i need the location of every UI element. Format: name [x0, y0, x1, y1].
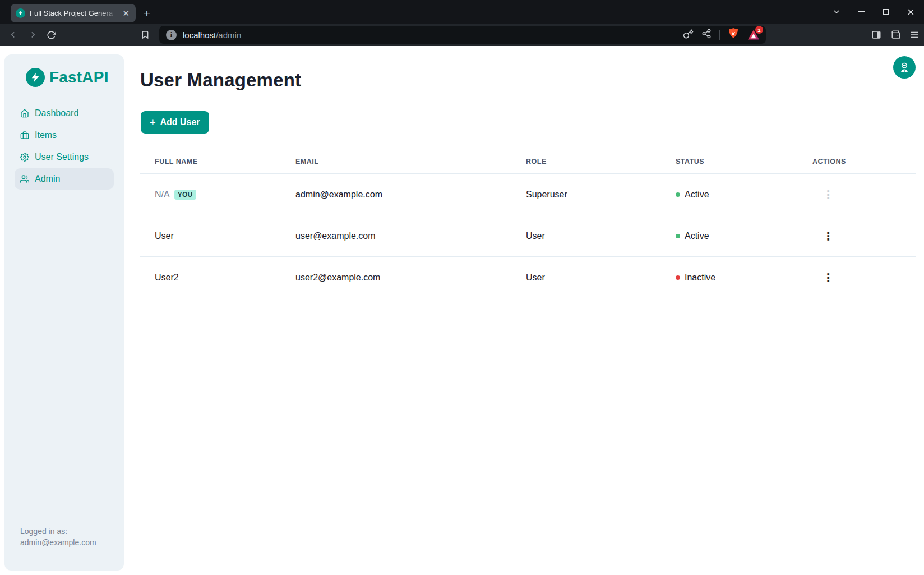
user-table: FULL NAMEEMAILROLESTATUSACTIONS N/AYOUad… — [140, 149, 916, 298]
reload-button[interactable] — [43, 26, 59, 43]
add-user-button[interactable]: + Add User — [141, 111, 209, 134]
fastapi-logo-text: FastAPI — [49, 68, 109, 86]
fastapi-favicon-icon — [16, 8, 25, 18]
column-header-actions: ACTIONS — [798, 158, 916, 165]
app-content: FastAPI DashboardItemsUser SettingsAdmin… — [0, 46, 924, 575]
url-host: localhost — [183, 30, 216, 40]
address-bar[interactable]: i localhost/admin 1 — [159, 26, 766, 44]
browser-titlebar: Full Stack Project Genera ✕ + — [0, 0, 924, 24]
back-button[interactable] — [4, 26, 21, 43]
sidebar-item-label: User Settings — [35, 152, 89, 162]
sidebar-item-admin[interactable]: Admin — [15, 168, 114, 190]
you-badge: YOU — [174, 190, 196, 200]
logged-in-email: admin@example.com — [20, 537, 96, 548]
browser-tab[interactable]: Full Stack Project Genera ✕ — [11, 4, 136, 22]
url-path: /admin — [216, 30, 241, 40]
status-dot-icon — [676, 234, 680, 238]
column-header-status: STATUS — [661, 158, 798, 165]
tab-title: Full Stack Project Genera — [30, 9, 117, 17]
gear-icon — [20, 153, 29, 162]
user-full-name: User2 — [155, 273, 179, 283]
rewards-badge-count: 1 — [755, 26, 763, 34]
briefcase-icon — [20, 131, 29, 140]
table-body: N/AYOUadmin@example.comSuperuserActive⋮U… — [140, 174, 916, 298]
cell-status: Active — [661, 190, 798, 200]
cell-role: User — [511, 273, 661, 283]
cell-role: User — [511, 231, 661, 241]
user-full-name: User — [155, 231, 174, 241]
url-text: localhost/admin — [183, 30, 241, 40]
table-header-row: FULL NAMEEMAILROLESTATUSACTIONS — [140, 149, 916, 174]
cell-actions: ⋮ — [798, 228, 916, 244]
passwords-key-icon[interactable] — [683, 29, 694, 42]
window-chevron-down-icon[interactable] — [831, 6, 842, 17]
status-dot-icon — [676, 192, 680, 197]
users-icon — [20, 174, 29, 183]
sidebar: FastAPI DashboardItemsUser SettingsAdmin… — [4, 54, 124, 571]
wallet-icon[interactable] — [888, 26, 904, 43]
status-label: Inactive — [685, 273, 715, 283]
bookmark-icon[interactable] — [137, 26, 154, 43]
status-label: Active — [685, 190, 709, 200]
column-header-role: ROLE — [511, 158, 661, 165]
logged-in-as: Logged in as: admin@example.com — [20, 526, 96, 548]
home-icon — [20, 109, 29, 118]
fastapi-logo-icon — [26, 68, 45, 87]
status-label: Active — [685, 231, 709, 241]
cell-full-name: N/AYOU — [140, 190, 281, 200]
sidebar-item-dashboard[interactable]: Dashboard — [15, 103, 114, 124]
user-avatar-icon — [898, 61, 911, 73]
window-maximize-button[interactable] — [880, 6, 891, 17]
row-actions-menu-button[interactable]: ⋮ — [819, 270, 837, 286]
sidebar-item-label: Items — [35, 130, 57, 140]
cell-actions: ⋮ — [798, 270, 916, 286]
toolbar-divider — [719, 30, 720, 40]
column-header-full-name: FULL NAME — [140, 158, 281, 165]
cell-role: Superuser — [511, 190, 661, 200]
brave-rewards-icon[interactable]: 1 — [747, 28, 760, 42]
status-dot-icon — [676, 275, 680, 280]
page-title: User Management — [140, 70, 301, 91]
user-menu-button[interactable] — [893, 56, 916, 79]
browser-toolbar: i localhost/admin 1 — [0, 24, 924, 46]
cell-actions: ⋮ — [798, 187, 916, 203]
forward-button[interactable] — [25, 26, 41, 43]
row-actions-menu-button: ⋮ — [819, 187, 837, 203]
cell-status: Active — [661, 231, 798, 241]
cell-full-name: User2 — [140, 273, 281, 283]
logged-in-label: Logged in as: — [20, 526, 96, 537]
cell-email: user@example.com — [281, 231, 511, 241]
sidebar-nav: DashboardItemsUser SettingsAdmin — [15, 103, 114, 190]
sidebar-item-user-settings[interactable]: User Settings — [15, 146, 114, 168]
cell-email: admin@example.com — [281, 190, 511, 200]
plus-icon: + — [150, 117, 156, 127]
table-row: Useruser@example.comUserActive⋮ — [140, 215, 916, 257]
add-user-label: Add User — [160, 117, 200, 127]
table-row: User2user2@example.comUserInactive⋮ — [140, 257, 916, 298]
window-close-button[interactable] — [905, 6, 916, 17]
user-full-name: N/A — [155, 190, 170, 200]
window-minimize-button[interactable] — [856, 6, 867, 17]
share-icon[interactable] — [701, 29, 712, 41]
brave-shield-icon[interactable] — [728, 27, 739, 42]
site-info-icon[interactable]: i — [166, 30, 177, 40]
side-panel-icon[interactable] — [868, 26, 885, 43]
fastapi-logo: FastAPI — [26, 68, 109, 87]
sidebar-item-label: Admin — [35, 174, 60, 184]
column-header-email: EMAIL — [281, 158, 511, 165]
row-actions-menu-button[interactable]: ⋮ — [819, 228, 837, 244]
browser-menu-icon[interactable] — [906, 26, 923, 43]
table-row: N/AYOUadmin@example.comSuperuserActive⋮ — [140, 174, 916, 215]
cell-status: Inactive — [661, 273, 798, 283]
tab-close-icon[interactable]: ✕ — [121, 8, 131, 19]
new-tab-button[interactable]: + — [139, 6, 155, 21]
sidebar-item-label: Dashboard — [35, 108, 78, 118]
cell-email: user2@example.com — [281, 273, 511, 283]
cell-full-name: User — [140, 231, 281, 241]
sidebar-item-items[interactable]: Items — [15, 125, 114, 146]
